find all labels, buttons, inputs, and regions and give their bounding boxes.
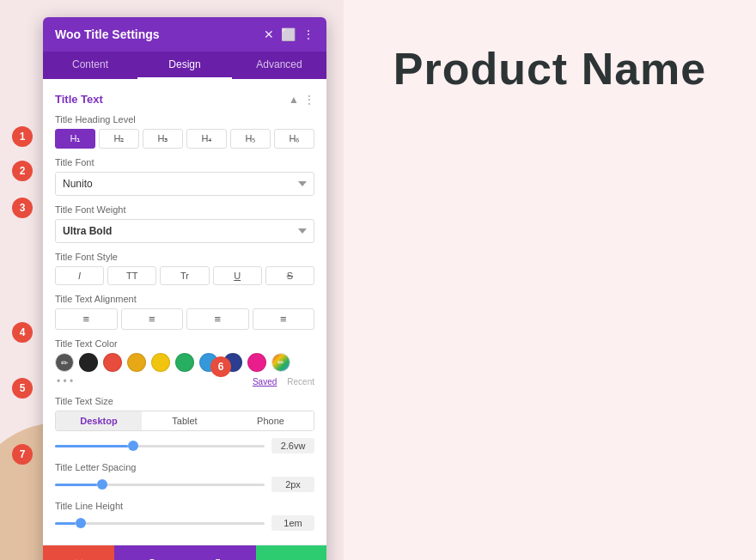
bubble-2: 2 [12, 161, 33, 181]
title-letter-spacing-label: Title Letter Spacing [55, 462, 314, 472]
device-tabs: Desktop Tablet Phone [55, 411, 314, 431]
section-title: Title Text [55, 93, 103, 106]
title-font-weight-select[interactable]: Ultra Bold [55, 219, 314, 243]
color-custom-icon[interactable]: ✏ [271, 353, 290, 372]
title-letter-spacing-slider[interactable] [55, 484, 265, 486]
color-label-recent[interactable]: Recent [287, 377, 314, 387]
heading-btn-h2[interactable]: H₂ [99, 129, 139, 149]
title-line-height-label: Title Line Height [55, 501, 314, 511]
expand-icon[interactable]: ⬜ [281, 27, 296, 41]
collapse-icon[interactable]: ▲ [289, 94, 299, 106]
title-font-weight-label: Title Font Weight [55, 204, 314, 215]
panel-body: Title Text ▲ ⋮ Title Heading Level H₁ H₂… [43, 79, 326, 545]
style-btn-tr[interactable]: Tr [160, 266, 209, 285]
action-bar: ✕ ↺ ↻ ✓ [43, 545, 326, 560]
heading-btn-h3[interactable]: H₃ [143, 129, 183, 149]
color-dots: • • • [57, 375, 73, 387]
title-text-alignment-label: Title Text Alignment [55, 294, 314, 304]
title-text-color-label: Title Text Color [55, 338, 314, 349]
color-swatch-black[interactable] [79, 353, 98, 372]
bubble-1: 1 [12, 126, 33, 147]
style-btn-italic[interactable]: I [55, 266, 104, 285]
bubble-4: 4 [12, 322, 33, 343]
section-icons: ▲ ⋮ [289, 94, 314, 106]
heading-level-label: Title Heading Level [55, 114, 314, 125]
device-tab-tablet[interactable]: Tablet [142, 411, 228, 430]
device-tab-phone[interactable]: Phone [228, 411, 314, 430]
tab-content[interactable]: Content [43, 52, 137, 79]
style-btn-tt[interactable]: TT [107, 266, 156, 285]
panel-header-icons: ✕ ⬜ ⋮ [264, 27, 314, 41]
cancel-button[interactable]: ✕ [43, 545, 114, 560]
bubble-3: 3 [12, 198, 33, 218]
settings-dots-icon[interactable]: ⋮ [304, 94, 314, 106]
panel-title: Woo Title Settings [55, 27, 160, 41]
more-icon[interactable]: ⋮ [302, 27, 314, 41]
color-swatch-yellow[interactable] [151, 353, 170, 372]
preview-title: Product Name [393, 43, 707, 94]
color-swatch-yellow-orange[interactable] [127, 353, 146, 372]
color-swatch-pink[interactable] [247, 353, 266, 372]
tab-advanced[interactable]: Advanced [232, 52, 326, 79]
title-letter-spacing-value[interactable]: 2px [271, 477, 314, 492]
color-edit-icon[interactable]: ✏ [55, 353, 74, 372]
redo-button[interactable]: ↻ [185, 545, 256, 560]
title-letter-spacing-slider-row: 2px [55, 477, 314, 492]
title-size-slider[interactable] [55, 445, 265, 447]
close-icon[interactable]: ✕ [264, 27, 274, 41]
color-row: ✏ ✏ [55, 353, 314, 372]
heading-buttons: H₁ H₂ H₃ H₄ H₅ H₆ [55, 129, 314, 149]
title-line-height-slider[interactable] [55, 522, 265, 525]
title-size-value[interactable]: 2.6vw [271, 438, 314, 453]
align-btn-right[interactable]: ≡ [253, 308, 315, 330]
align-btn-justify[interactable]: ≡ [121, 308, 184, 330]
section-header: Title Text ▲ ⋮ [55, 93, 314, 106]
heading-btn-h5[interactable]: H₅ [230, 129, 271, 149]
heading-btn-h6[interactable]: H₆ [274, 129, 314, 149]
left-area: Woo Title Settings ✕ ⬜ ⋮ Content Design … [0, 0, 344, 560]
title-line-height-value[interactable]: 1em [271, 515, 314, 531]
title-font-style-label: Title Font Style [55, 252, 314, 262]
bubble-5: 5 [12, 378, 33, 399]
save-button[interactable]: ✓ [256, 545, 327, 560]
heading-btn-h4[interactable]: H₄ [186, 129, 227, 149]
heading-btn-h1[interactable]: H₁ [55, 129, 95, 149]
undo-button[interactable]: ↺ [114, 545, 186, 560]
settings-panel: Woo Title Settings ✕ ⬜ ⋮ Content Design … [43, 17, 326, 560]
align-btn-center[interactable]: ≡ [186, 308, 249, 330]
bubble-6: 6 [210, 356, 231, 377]
align-buttons: ≡ ≡ ≡ ≡ [55, 308, 314, 330]
tab-design[interactable]: Design [137, 52, 232, 79]
title-font-select[interactable]: Nunito [55, 172, 314, 196]
style-buttons: I TT Tr U S [55, 266, 314, 285]
bubble-7: 7 [12, 444, 33, 465]
style-btn-underline[interactable]: U [213, 266, 262, 285]
title-line-height-slider-row: 1em [55, 515, 314, 531]
color-swatch-red[interactable] [103, 353, 122, 372]
color-swatch-green[interactable] [175, 353, 194, 372]
device-tab-desktop[interactable]: Desktop [56, 411, 142, 430]
right-preview-area: Product Name [344, 0, 756, 560]
title-size-slider-row: 2.6vw [55, 438, 314, 453]
align-btn-left[interactable]: ≡ [55, 308, 118, 330]
style-btn-strikethrough[interactable]: S [265, 266, 314, 285]
title-text-size-label: Title Text Size [55, 396, 314, 406]
panel-tabs: Content Design Advanced [43, 52, 326, 79]
panel-header: Woo Title Settings ✕ ⬜ ⋮ [43, 17, 326, 52]
title-font-label: Title Font [55, 157, 314, 167]
color-label-saved[interactable]: Saved [253, 377, 277, 387]
